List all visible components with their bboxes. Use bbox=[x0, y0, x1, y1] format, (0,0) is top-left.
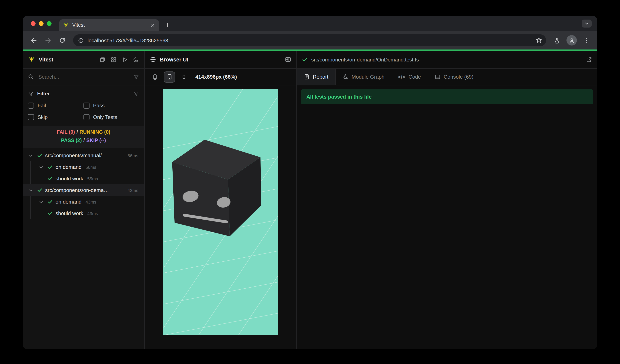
device-toolbar: 414x896px (68%) bbox=[145, 69, 296, 86]
chevron-down-icon[interactable] bbox=[39, 165, 44, 169]
device-tablet-button-active[interactable] bbox=[164, 71, 175, 82]
open-external-icon[interactable] bbox=[586, 57, 592, 62]
forward-button[interactable] bbox=[41, 33, 55, 47]
back-button[interactable] bbox=[27, 33, 40, 47]
filter-label: Only Tests bbox=[93, 114, 117, 120]
browser-menu-kebab-icon[interactable] bbox=[580, 33, 593, 47]
test-duration: 43ms bbox=[85, 199, 96, 204]
pass-count: PASS (2) bbox=[61, 138, 82, 143]
tree-row-file[interactable]: src/components/manual/… 56ms bbox=[23, 150, 144, 161]
browser-viewport bbox=[145, 86, 296, 349]
minimize-window-button[interactable] bbox=[39, 21, 44, 26]
tab-close-icon[interactable] bbox=[150, 23, 155, 28]
test-file-name: src/components/manual/… bbox=[45, 152, 107, 159]
bookmark-star-icon[interactable] bbox=[533, 35, 544, 46]
pass-check-icon bbox=[47, 164, 53, 170]
indent-guide bbox=[41, 207, 41, 219]
chevron-down-icon[interactable] bbox=[39, 199, 44, 204]
tab-code[interactable]: </> Code bbox=[391, 69, 428, 85]
checkbox-only-tests[interactable] bbox=[83, 114, 90, 120]
sidebar-header: Vitest bbox=[23, 51, 144, 69]
new-tab-button[interactable]: + bbox=[161, 19, 173, 31]
filter-title: Filter bbox=[37, 91, 50, 97]
pass-check-icon bbox=[47, 199, 53, 204]
indent-guide bbox=[30, 161, 31, 173]
vitest-ui: Vitest bbox=[23, 51, 597, 349]
test-duration: 56ms bbox=[127, 153, 144, 158]
tab-report[interactable]: Report bbox=[297, 69, 336, 85]
tab-console[interactable]: Console (69) bbox=[428, 69, 480, 85]
dashboard-grid-icon[interactable] bbox=[111, 57, 117, 62]
tests-passed-banner: All tests passed in this file bbox=[301, 89, 593, 104]
tree-row-test[interactable]: should work 43ms bbox=[23, 207, 144, 219]
separator: / bbox=[77, 129, 78, 135]
tree-row-file-selected[interactable]: src/components/on-dema… 43ms bbox=[23, 184, 144, 196]
profile-avatar[interactable] bbox=[566, 35, 577, 45]
pass-check-icon bbox=[47, 176, 53, 181]
filter-option-fail[interactable]: Fail bbox=[28, 102, 83, 109]
chevron-down-icon[interactable] bbox=[28, 153, 34, 158]
tab-module-graph[interactable]: Module Graph bbox=[336, 69, 391, 85]
filter-option-skip[interactable]: Skip bbox=[28, 114, 83, 120]
vitest-favicon-icon bbox=[63, 22, 69, 28]
browser-viewport-scene[interactable] bbox=[163, 89, 278, 335]
summary-line-2: PASS (2)/SKIP (--) bbox=[23, 136, 144, 145]
filter-funnel-icon bbox=[28, 91, 33, 96]
checkbox-fail[interactable] bbox=[28, 102, 34, 109]
tab-label: Code bbox=[408, 74, 421, 80]
tree-row-test[interactable]: should work 55ms bbox=[23, 173, 144, 184]
test-duration: 43ms bbox=[87, 211, 98, 216]
site-info-icon[interactable] bbox=[78, 37, 84, 43]
tab-label: Report bbox=[313, 74, 328, 80]
checkbox-skip[interactable] bbox=[28, 114, 34, 120]
browser-panel-header: Browser UI bbox=[145, 51, 296, 69]
filter-option-pass[interactable]: Pass bbox=[83, 102, 139, 109]
indent-guide bbox=[30, 207, 31, 219]
search-icon bbox=[28, 74, 34, 80]
filter-option-only-tests[interactable]: Only Tests bbox=[83, 114, 139, 120]
browser-tab[interactable]: Vitest bbox=[59, 19, 159, 31]
pass-check-icon bbox=[47, 211, 53, 216]
browser-ui-panel: Browser UI bbox=[145, 51, 297, 349]
test-duration: 56ms bbox=[85, 165, 96, 169]
search-input[interactable] bbox=[38, 73, 130, 80]
dark-mode-moon-icon[interactable] bbox=[133, 57, 139, 62]
close-window-button[interactable] bbox=[31, 21, 36, 26]
skip-count: SKIP (--) bbox=[86, 138, 106, 143]
indent-guide bbox=[30, 196, 31, 207]
browser-panel-title: Browser UI bbox=[160, 57, 188, 62]
device-small-icon[interactable] bbox=[179, 72, 189, 82]
suite-name: on demand bbox=[56, 199, 81, 205]
viewport-dimensions: 414x896px (68%) bbox=[195, 74, 237, 80]
chevron-down-icon[interactable] bbox=[28, 188, 34, 193]
dock-panel-right-icon[interactable] bbox=[285, 56, 291, 63]
tab-label: Console (69) bbox=[444, 74, 473, 80]
zoom-window-button[interactable] bbox=[47, 21, 51, 26]
reload-button[interactable] bbox=[56, 33, 69, 47]
tab-label: Module Graph bbox=[352, 74, 385, 80]
test-tree: src/components/manual/… 56ms on demand 5… bbox=[23, 148, 144, 349]
running-count: RUNNING (0) bbox=[79, 129, 110, 135]
tree-row-suite[interactable]: on demand 56ms bbox=[23, 161, 144, 173]
tab-search-button[interactable] bbox=[582, 20, 592, 28]
filter-options: Fail Pass Skip Only Tests bbox=[28, 102, 139, 120]
checkbox-pass[interactable] bbox=[83, 102, 90, 109]
run-all-play-icon[interactable] bbox=[122, 57, 128, 62]
filter-label: Pass bbox=[93, 102, 105, 109]
browser-window: Vitest + bbox=[23, 16, 597, 349]
report-panel: src/components/on-demand/OnDemand.test.t… bbox=[297, 51, 597, 349]
clear-filter-funnel-icon[interactable] bbox=[133, 74, 139, 80]
url-text[interactable]: localhost:5173/#/?file=1828625563 bbox=[88, 37, 530, 43]
experiments-flask-icon[interactable] bbox=[550, 33, 564, 47]
desktop: Vitest + bbox=[0, 0, 620, 364]
url-bar[interactable]: localhost:5173/#/?file=1828625563 bbox=[73, 34, 546, 46]
filter-label: Skip bbox=[38, 114, 48, 120]
report-panel-header: src/components/on-demand/OnDemand.test.t… bbox=[297, 51, 597, 69]
tree-row-suite[interactable]: on demand 43ms bbox=[23, 196, 144, 207]
reset-filter-funnel-icon[interactable] bbox=[133, 91, 139, 96]
collapse-panels-icon[interactable] bbox=[99, 57, 106, 62]
window-controls bbox=[31, 21, 51, 26]
indent-guide bbox=[41, 173, 41, 184]
device-mobile-icon[interactable] bbox=[150, 72, 160, 82]
filter-section: Filter Fail Pass bbox=[23, 86, 144, 126]
